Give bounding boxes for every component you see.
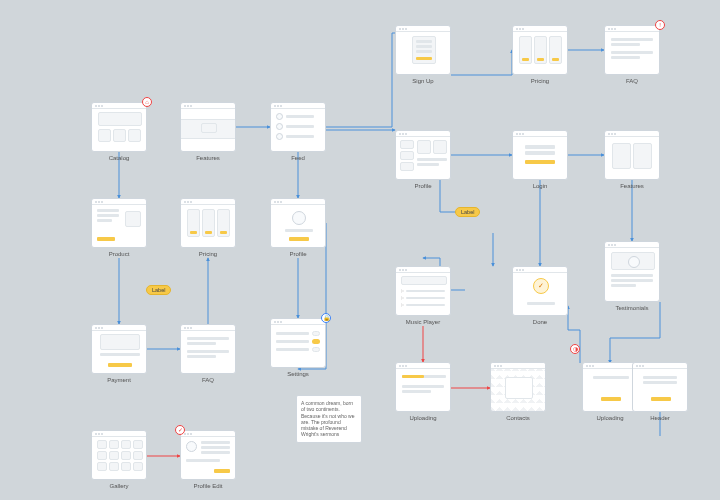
status-icon: ◑: [570, 344, 580, 354]
label: Features: [180, 155, 236, 161]
label: Payment: [91, 377, 147, 383]
label: Gallery: [91, 483, 147, 489]
label: Product: [91, 251, 147, 257]
label: Header: [632, 415, 688, 421]
node-payment[interactable]: Payment: [91, 324, 147, 383]
label: Login: [512, 183, 568, 189]
node-signup[interactable]: Sign Up: [395, 25, 451, 84]
label: Uploading: [395, 415, 451, 421]
label: FAQ: [180, 377, 236, 383]
label: Features: [604, 183, 660, 189]
node-pricing-top[interactable]: Pricing: [512, 25, 568, 84]
node-profile[interactable]: Profile: [395, 130, 451, 189]
home-icon: ⌂: [142, 97, 152, 107]
label: Profile Edit: [180, 483, 236, 489]
node-contacts[interactable]: Contacts: [490, 362, 546, 421]
node-uploading[interactable]: Uploading: [395, 362, 451, 421]
node-gallery[interactable]: Gallery: [91, 430, 147, 489]
node-features2[interactable]: Features: [604, 130, 660, 189]
label: Contacts: [490, 415, 546, 421]
node-catalog[interactable]: ⌂ Catalog: [91, 102, 147, 161]
node-profileedit[interactable]: ✓ Profile Edit: [180, 430, 236, 489]
label: Profile: [395, 183, 451, 189]
node-music[interactable]: ▷ ▷ ▷ Music Player: [395, 266, 451, 325]
lock-icon: 🔒: [321, 313, 331, 323]
check-icon: ✓: [175, 425, 185, 435]
label: Pricing: [180, 251, 236, 257]
node-settings[interactable]: 🔒 Settings: [270, 318, 326, 377]
annotation-note: A common dream, born of two continents. …: [296, 395, 362, 443]
node-done[interactable]: ✓ Done: [512, 266, 568, 325]
label: Music Player: [395, 319, 451, 325]
node-profile2[interactable]: Profile: [270, 198, 326, 257]
label: Catalog: [91, 155, 147, 161]
node-faq-top[interactable]: ! FAQ: [604, 25, 660, 84]
node-features[interactable]: Features: [180, 102, 236, 161]
label: Feed: [270, 155, 326, 161]
label: FAQ: [604, 78, 660, 84]
node-feed[interactable]: Feed: [270, 102, 326, 161]
node-login[interactable]: Login: [512, 130, 568, 189]
label: Settings: [270, 371, 326, 377]
label: Pricing: [512, 78, 568, 84]
edge-label-2: Label: [455, 207, 480, 217]
node-faq-bottom[interactable]: FAQ: [180, 324, 236, 383]
label: Sign Up: [395, 78, 451, 84]
label: Testimonials: [604, 305, 660, 311]
node-pricing-bottom[interactable]: Pricing: [180, 198, 236, 257]
node-uploading2[interactable]: Uploading: [582, 362, 638, 421]
node-header[interactable]: Header: [632, 362, 688, 421]
alert-icon: !: [655, 20, 665, 30]
node-testimonials[interactable]: Testimonials: [604, 241, 660, 311]
label: Profile: [270, 251, 326, 257]
node-product[interactable]: Product: [91, 198, 147, 257]
label: Done: [512, 319, 568, 325]
edge-label-1: Label: [146, 285, 171, 295]
label: Uploading: [582, 415, 638, 421]
